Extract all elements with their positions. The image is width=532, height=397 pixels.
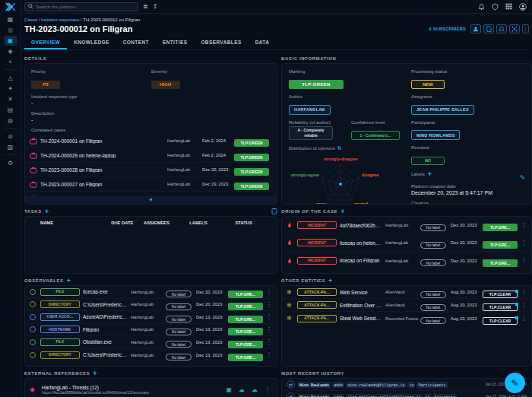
origin-row[interactable]: INCIDENT licecap on Filigran HarfangLab … (282, 252, 531, 269)
correlated-case-row[interactable]: TH-2024-000001 on Filigran HarfangLab Fe… (25, 134, 277, 148)
column-status[interactable]: STATUS (235, 221, 272, 225)
add-external-reference-button[interactable]: + (93, 371, 97, 376)
tab-knowledge[interactable]: KNOWLEDGE (67, 37, 116, 49)
breadcrumb-cases[interactable]: Cases (24, 17, 37, 22)
sidebar-item-techniques[interactable]: ✕ (4, 94, 17, 104)
tab-observables[interactable]: OBSERVABLES (194, 37, 248, 49)
observable-row[interactable]: DIRECTORY C:\Users\FredericBasier\AppDat… (25, 349, 277, 362)
task-template-button[interactable] (271, 208, 277, 215)
directory-observable-icon (30, 301, 36, 307)
origin-row[interactable]: INCIDENT 4af78daecf062b6a43d99bdd52c3eab… (282, 217, 531, 234)
tab-content[interactable]: CONTENT (116, 37, 156, 49)
search-input[interactable] (36, 5, 135, 9)
assignee-chip[interactable]: JEAN-PHILIPPE SALLES (411, 105, 474, 115)
breadcrumb-incident-responses[interactable]: Incident responses (41, 17, 79, 22)
subscribers-button[interactable]: 0 SUBSCRIBERS (429, 27, 466, 31)
filigran-logo-icon[interactable] (0, 0, 21, 14)
sidebar-item-locations[interactable]: ◍ (4, 116, 17, 125)
sidebar-item-analyses[interactable]: ◎ (4, 25, 17, 35)
row-menu-button[interactable]: ⋮ (266, 351, 272, 358)
tab-entities[interactable]: ENTITIES (156, 37, 194, 49)
add-observable-button[interactable]: + (67, 278, 71, 283)
row-menu-button[interactable]: ⋮ (521, 222, 527, 229)
export-button[interactable] (483, 24, 494, 33)
observable-row[interactable]: DIRECTORY C:\Users\FredericBasier\AppDat… (25, 299, 277, 312)
apps-grid-icon[interactable] (505, 3, 512, 10)
row-menu-button[interactable]: ⋮ (266, 338, 272, 345)
author-chip[interactable]: HARFANGLAB (289, 105, 331, 115)
observable-row[interactable]: USER ACCO... AzureAD\FredericBasier Harf… (25, 311, 277, 324)
preview-icon[interactable]: ▣ (226, 386, 232, 393)
entity-row[interactable]: ✻ ATTACK-PA... Web Service AlienVault No… (282, 286, 531, 299)
column-assignees[interactable]: ASSIGNEES (144, 221, 189, 225)
cloud-sync-icon[interactable]: ☁ (239, 386, 245, 393)
search-box[interactable] (24, 2, 138, 11)
observable-row[interactable]: HOSTNAME Filigran HarfangLab No label De… (25, 324, 277, 337)
row-menu-button[interactable]: ⋮ (521, 257, 527, 264)
row-menu-button[interactable]: ⋮ (521, 315, 527, 322)
history-row: ⇄ Nino Rowlands adds jean-philippe.salle… (282, 391, 531, 397)
history-verb: adds (332, 382, 344, 388)
edit-fab-button[interactable]: ✎ (505, 373, 525, 393)
row-menu-button[interactable]: ⋮ (264, 386, 271, 393)
import-icon[interactable]: ↥ (153, 3, 158, 10)
cloud-upload-icon[interactable]: ☁ (252, 386, 258, 393)
directory-observable-icon (30, 352, 36, 358)
origin-row[interactable]: INCIDENT licecap on helene-laptop Harfan… (282, 234, 531, 252)
sidebar-item-settings[interactable]: ⚙ (4, 158, 17, 168)
sidebar-item-data[interactable]: ⊘ (4, 132, 17, 141)
add-label-button[interactable]: + (428, 170, 432, 178)
edit-stix-button[interactable]: ✎ (520, 174, 525, 181)
sidebar-item-events[interactable]: ◈ (4, 46, 17, 56)
row-menu-button[interactable]: ⋮ (266, 313, 272, 320)
account-profile-icon[interactable] (519, 3, 527, 11)
add-origin-button[interactable]: + (340, 209, 345, 214)
observable-author: HarfangLab (131, 353, 166, 357)
bulk-search-icon[interactable]: ≣ (143, 3, 148, 10)
column-due-date[interactable]: DUE DATE (111, 221, 144, 225)
sidebar-item-dashboard[interactable]: ▦ (4, 14, 17, 24)
case-author: HarfangLab (167, 153, 202, 157)
row-menu-button[interactable]: ⋮ (521, 302, 527, 309)
add-entity-button[interactable]: + (328, 278, 333, 283)
entity-row[interactable]: ✻ ATTACK-PA... Steal Web Session Cookie … (282, 312, 531, 325)
add-task-button[interactable]: + (45, 209, 49, 214)
subscribe-button[interactable] (470, 24, 481, 33)
row-menu-button[interactable]: ⋮ (266, 288, 272, 295)
entity-row[interactable]: ✻ ATTACK-PA... Exfiltration Over Web Ser… (282, 299, 531, 312)
data-icon: ⊘ (8, 133, 13, 140)
notifications-bell-icon[interactable] (478, 3, 485, 11)
external-reference-url[interactable]: https://4cc1ad989fbfde1af.hurukai.io:844… (42, 390, 226, 395)
column-name[interactable]: NAME (30, 221, 111, 225)
sidebar-item-cases[interactable]: ▣ (4, 36, 17, 46)
sidebar-item-observations[interactable]: ⌖ (4, 57, 17, 67)
correlated-case-row[interactable]: TH-2023-000028 on Filigran HarfangLab De… (25, 163, 277, 177)
sidebar-item-entities[interactable]: ▤ (4, 105, 17, 115)
external-reference-row[interactable]: ◈ HarfangLab - Threats (12) https://4cc1… (25, 379, 277, 397)
row-menu-button[interactable]: ⋮ (521, 289, 527, 296)
reliability-label: Reliability (of author) (289, 120, 345, 125)
marking-label: Marking (289, 69, 408, 74)
correlated-case-row[interactable]: TH-2023-000027 on Filigran HarfangLab De… (25, 177, 277, 192)
notifications-button[interactable] (496, 24, 507, 33)
correlated-case-row[interactable]: TH-2024-000029 on helene-laptop HarfangL… (25, 148, 277, 163)
column-labels[interactable]: LABELS (189, 221, 235, 225)
basic-information-section-title: BASIC INFORMATION (281, 56, 336, 61)
observable-row[interactable]: FILE Obsidian.exe HarfangLab No label De… (25, 336, 277, 349)
sidebar-item-trash[interactable]: ▥ (4, 142, 17, 152)
sidebar-item-arsenal[interactable]: ✦ (4, 84, 17, 94)
participant-chip[interactable]: NINO ROWLANDS (411, 130, 460, 140)
row-menu-button[interactable]: ⋮ (266, 301, 272, 308)
expand-details-button[interactable]: ▾ (25, 196, 277, 204)
incident-response-icon (30, 152, 37, 159)
tab-data[interactable]: DATA (249, 37, 277, 49)
row-menu-button[interactable]: ⋮ (266, 326, 272, 333)
tab-overview[interactable]: OVERVIEW (24, 37, 67, 49)
observable-row[interactable]: FILE licecap.exe HarfangLab No label Dec… (25, 286, 277, 299)
security-shield-icon[interactable] (492, 3, 499, 11)
knowledge-graph-button[interactable] (509, 24, 520, 33)
more-options-button[interactable]: ⋮ (522, 24, 529, 33)
row-menu-button[interactable]: ⋮ (521, 240, 527, 246)
sidebar-item-threats[interactable]: ◬ (4, 73, 17, 83)
breadcrumb: Cases / Incident responses / TH-2023-000… (24, 17, 529, 22)
